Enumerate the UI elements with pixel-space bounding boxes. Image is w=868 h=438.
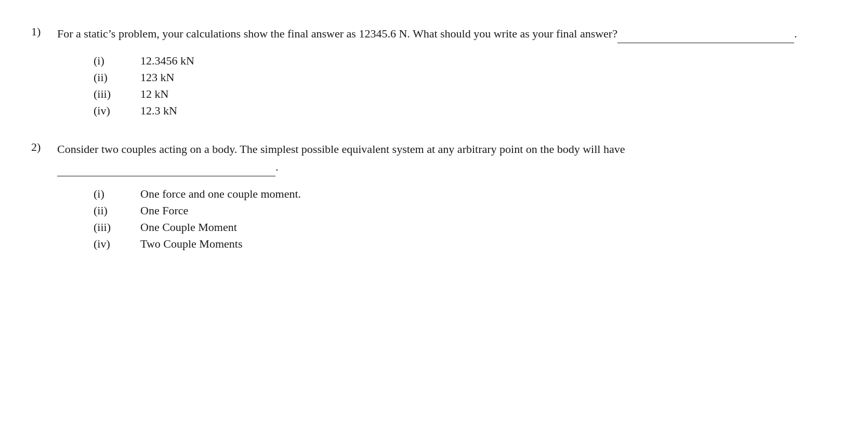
question-2-option-iv: (iv) Two Couple Moments <box>94 237 837 251</box>
question-1-option-iii: (iii) 12 kN <box>94 87 837 101</box>
question-1-header: 1) For a static’s problem, your calculat… <box>31 25 837 43</box>
option-text-iv: 12.3 kN <box>140 104 177 118</box>
question-2-option-ii: (ii) One Force <box>94 204 837 217</box>
question-1-blank <box>617 25 794 43</box>
option-text-ii: 123 kN <box>140 71 174 84</box>
q2-option-label-iv: (iv) <box>94 237 140 251</box>
q2-option-label-i: (i) <box>94 187 140 201</box>
option-label-iii: (iii) <box>94 87 140 101</box>
question-1-text: For a static’s problem, your calculation… <box>57 25 797 43</box>
option-label-iv: (iv) <box>94 104 140 118</box>
q2-option-label-iii: (iii) <box>94 221 140 234</box>
question-2: 2) Consider two couples acting on a body… <box>31 140 837 251</box>
question-1-number: 1) <box>31 25 51 38</box>
option-label-ii: (ii) <box>94 71 140 84</box>
q2-option-text-ii: One Force <box>140 204 188 217</box>
question-2-options: (i) One force and one couple moment. (ii… <box>94 187 837 251</box>
question-1-options: (i) 12.3456 kN (ii) 123 kN (iii) 12 kN (… <box>94 54 837 118</box>
question-2-blank <box>57 158 275 176</box>
question-1-option-iv: (iv) 12.3 kN <box>94 104 837 118</box>
question-1-option-i: (i) 12.3456 kN <box>94 54 837 68</box>
q2-option-text-iv: Two Couple Moments <box>140 237 242 251</box>
q2-option-text-i: One force and one couple moment. <box>140 187 301 201</box>
option-text-iii: 12 kN <box>140 87 168 101</box>
question-1: 1) For a static’s problem, your calculat… <box>31 25 837 118</box>
option-label-i: (i) <box>94 54 140 68</box>
question-2-option-i: (i) One force and one couple moment. <box>94 187 837 201</box>
q2-option-text-iii: One Couple Moment <box>140 221 237 234</box>
question-2-text: Consider two couples acting on a body. T… <box>57 140 837 176</box>
option-text-i: 12.3456 kN <box>140 54 194 68</box>
q2-option-label-ii: (ii) <box>94 204 140 217</box>
question-2-header: 2) Consider two couples acting on a body… <box>31 140 837 176</box>
page-content: 1) For a static’s problem, your calculat… <box>31 25 837 251</box>
question-1-option-ii: (ii) 123 kN <box>94 71 837 84</box>
question-2-number: 2) <box>31 140 51 154</box>
question-2-option-iii: (iii) One Couple Moment <box>94 221 837 234</box>
